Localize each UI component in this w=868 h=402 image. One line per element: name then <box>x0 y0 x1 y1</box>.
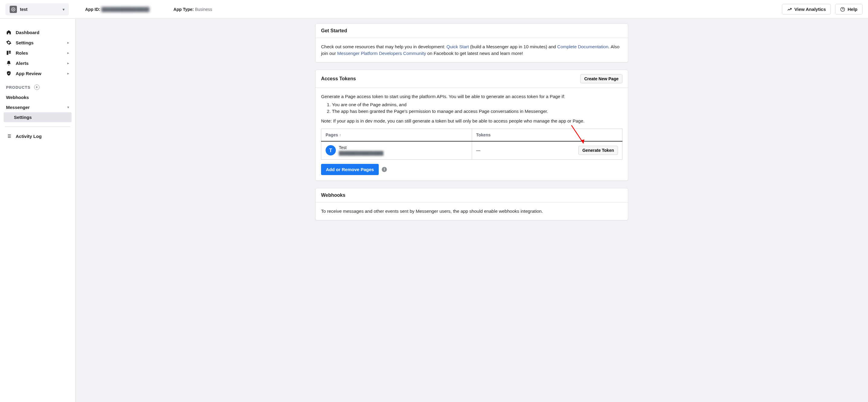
get-started-title: Get Started <box>316 24 628 38</box>
main-content: Get Started Check out some resources tha… <box>75 19 868 402</box>
sidebar-label-messenger-settings: Settings <box>14 115 32 120</box>
app-selector-dropdown[interactable]: test ▾ <box>5 3 69 15</box>
quick-start-link[interactable]: Quick Start <box>446 44 469 49</box>
view-analytics-button[interactable]: View Analytics <box>782 4 831 14</box>
get-started-text-1: Check out some resources that may help y… <box>321 44 446 49</box>
sidebar-item-messenger-settings[interactable]: Settings <box>4 112 71 122</box>
page-name: Test <box>339 144 383 150</box>
sidebar-label-webhooks: Webhooks <box>6 95 29 100</box>
app-id-label: App ID: <box>85 7 100 12</box>
analytics-icon <box>787 7 792 12</box>
sidebar-item-app-review[interactable]: App Review ▸ <box>0 68 75 78</box>
sidebar-label-messenger: Messenger <box>6 105 30 110</box>
chevron-down-icon: ▾ <box>67 105 69 109</box>
sidebar-label-dashboard: Dashboard <box>16 30 39 35</box>
complete-docs-link[interactable]: Complete Documentation <box>557 44 608 49</box>
help-label: Help <box>847 7 858 12</box>
sidebar: Dashboard Settings ▸ Roles ▸ <box>0 19 75 402</box>
page-id: ████████████████ <box>339 150 383 156</box>
webhooks-card: Webhooks To receive messages and other e… <box>315 188 628 220</box>
sidebar-label-app-review: App Review <box>16 71 41 76</box>
svg-rect-3 <box>7 51 8 55</box>
access-tokens-card: Access Tokens Create New Page Generate a… <box>315 70 628 181</box>
shield-icon <box>6 71 11 76</box>
generate-token-button[interactable]: Generate Token <box>578 146 618 155</box>
app-name: test <box>20 7 28 12</box>
webhooks-title: Webhooks <box>316 188 628 202</box>
gear-icon <box>6 40 11 45</box>
app-gear-icon <box>10 6 17 13</box>
chevron-right-icon: ▸ <box>67 71 69 75</box>
chevron-right-icon: ▸ <box>67 61 69 65</box>
chevron-right-icon: ▸ <box>67 51 69 55</box>
table-row: T Test ████████████████ <box>321 141 622 160</box>
get-started-card: Get Started Check out some resources tha… <box>315 24 628 63</box>
app-type-value: Business <box>195 7 212 12</box>
token-value-empty: — <box>476 147 480 153</box>
get-started-text-2: (build a Messenger app in 10 minutes) an… <box>469 44 557 49</box>
chevron-down-icon: ▾ <box>63 7 65 12</box>
svg-rect-4 <box>9 51 11 52</box>
get-started-text-4: on Facebook to get latest news and learn… <box>426 51 523 56</box>
access-tokens-title: Access Tokens <box>321 76 356 81</box>
create-new-page-button[interactable]: Create New Page <box>580 74 622 83</box>
column-header-tokens: Tokens <box>472 129 622 141</box>
sidebar-label-roles: Roles <box>16 51 28 56</box>
sidebar-label-alerts: Alerts <box>16 61 29 66</box>
access-tokens-note: Note: If your app is in dev mode, you ca… <box>321 118 622 124</box>
access-tokens-description: Generate a Page access token to start us… <box>321 93 622 100</box>
access-tokens-req-1: You are one of the Page admins, and <box>332 101 622 108</box>
top-bar: test ▾ App ID: ████████████████ App Type… <box>0 0 868 19</box>
sidebar-products-label: PRODUCTS <box>6 85 31 90</box>
sidebar-item-webhooks[interactable]: Webhooks <box>0 92 75 102</box>
add-product-button[interactable]: + <box>34 85 39 90</box>
community-link[interactable]: Messenger Platform Developers Community <box>337 51 426 56</box>
app-id-value: ████████████████ <box>101 7 150 12</box>
sidebar-item-dashboard[interactable]: Dashboard <box>0 27 75 37</box>
sidebar-label-activity-log: Activity Log <box>16 134 42 139</box>
sidebar-label-settings: Settings <box>16 40 33 45</box>
help-button[interactable]: Help <box>835 4 863 14</box>
app-type-label: App Type: <box>173 7 194 12</box>
access-tokens-req-2: The app has been granted the Page's perm… <box>332 108 622 115</box>
app-meta: App ID: ████████████████ App Type: Busin… <box>85 7 782 12</box>
home-icon <box>6 30 11 35</box>
sidebar-item-activity-log[interactable]: Activity Log <box>0 131 75 141</box>
roles-icon <box>6 50 11 56</box>
sidebar-products-header: PRODUCTS + <box>0 78 75 92</box>
help-icon <box>840 7 845 12</box>
sort-ascending-icon: ↑ <box>339 133 341 137</box>
list-icon <box>6 133 11 139</box>
pages-table: Pages ↑ Tokens T <box>321 129 622 160</box>
sidebar-item-roles[interactable]: Roles ▸ <box>0 48 75 58</box>
add-remove-pages-button[interactable]: Add or Remove Pages <box>321 164 379 175</box>
bell-icon <box>6 60 11 66</box>
info-icon[interactable]: i <box>382 167 387 172</box>
chevron-right-icon: ▸ <box>67 41 69 45</box>
sidebar-item-messenger[interactable]: Messenger ▾ <box>0 102 75 112</box>
svg-rect-5 <box>9 53 11 54</box>
sidebar-item-alerts[interactable]: Alerts ▸ <box>0 58 75 68</box>
webhooks-description: To receive messages and other events sen… <box>321 208 622 214</box>
page-avatar: T <box>326 145 336 156</box>
svg-point-0 <box>13 9 14 10</box>
sidebar-item-settings[interactable]: Settings ▸ <box>0 37 75 48</box>
view-analytics-label: View Analytics <box>794 7 826 12</box>
column-header-pages[interactable]: Pages ↑ <box>321 129 472 141</box>
